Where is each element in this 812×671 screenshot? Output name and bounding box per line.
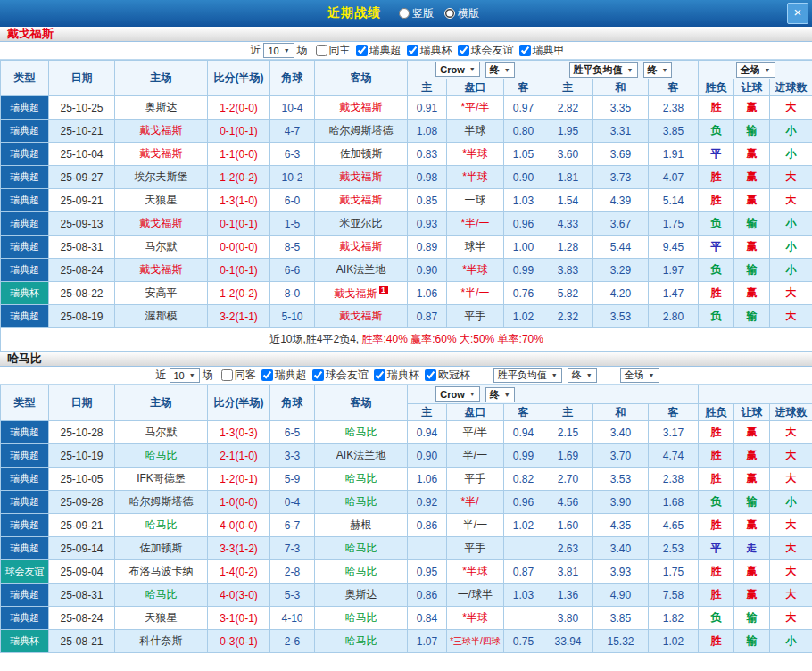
summary-text: 近10场,胜4平2负4, 胜率:40% 赢率:60% 大:50% 单率:70% [1,328,812,352]
asian-home-odds: 0.85 [408,189,447,212]
europe-away-odds: 4.65 [649,514,699,537]
header-select[interactable]: 全场▼ [736,62,775,78]
header-select[interactable]: Crow▼ [435,62,479,77]
asian-home-odds: 1.08 [408,120,447,143]
summary-segment: 大:50% [460,333,498,345]
league-filter[interactable]: 瑞典超 [261,368,307,383]
rank-badge: 1 [379,286,388,294]
away-team: 米亚尔比 [315,212,408,236]
result-wdl: 胜 [699,166,734,189]
header-select[interactable]: 终▼ [485,387,515,402]
same-venue-filter[interactable]: 同主 [316,43,351,58]
away-team: 戴戈福斯 [315,236,408,259]
league-filter-checkbox[interactable] [458,45,469,56]
vertical-layout-radio[interactable] [399,8,410,19]
home-team: 哈马比 [115,584,208,607]
close-button[interactable]: × [787,3,808,24]
league-filter[interactable]: 欧冠杯 [425,368,470,383]
match-score: 0-0(0-0) [208,236,270,259]
home-team: 哈尔姆斯塔德 [115,491,208,514]
league-filter[interactable]: 瑞典杯 [407,43,452,58]
match-score: 1-2(0-1) [208,468,270,491]
recent-matches-table: 类型日期主场比分(半场)角球客场Crow▼终▼胜平负均值▼终▼全场▼主盘口客主和… [0,60,812,352]
league-filter[interactable]: 瑞典超 [356,43,402,58]
filter-select[interactable]: 全场▼ [620,368,659,383]
league-filter[interactable]: 球会友谊 [458,43,514,58]
match-score: 0-1(0-1) [208,259,270,282]
match-row: 瑞典杯25-08-21科什奈斯0-3(0-1)2-6哈马比1.07*三球半/四球… [1,630,812,653]
sub-column-header: 客 [504,79,543,96]
result-goals: 小 [770,120,812,143]
same-venue-filter[interactable]: 同客 [221,368,256,383]
result-handicap: 赢 [734,444,770,468]
sub-column-header: 主 [543,404,593,421]
filter-bar: 近10▼场同主瑞典超瑞典杯球会友谊瑞典甲 [0,42,812,60]
asian-handicap: 半/一 [447,514,504,537]
layout-option-vertical[interactable]: 竖版 [399,6,434,21]
match-date: 25-09-21 [49,189,115,212]
asian-handicap: *半球 [447,143,504,166]
layout-option-horizontal[interactable]: 横版 [444,6,479,21]
away-team: 哈马比 [315,468,408,491]
result-handicap: 赢 [734,236,770,259]
same-venue-filter-checkbox[interactable] [316,45,327,56]
same-venue-filter-checkbox[interactable] [221,369,233,381]
europe-home-odds: 2.82 [543,96,593,120]
europe-home-odds: 2.70 [543,468,593,491]
league-type-cell: 瑞典超 [1,259,49,282]
sub-column-header: 进球数 [770,404,812,421]
header-select[interactable]: 终▼ [485,62,515,78]
filter-select-value: 终 [572,369,582,382]
league-filter[interactable]: 瑞典甲 [519,43,565,58]
league-filter-checkbox[interactable] [407,45,418,56]
header-select[interactable]: 终▼ [643,62,673,78]
europe-home-odds: 3.81 [543,560,593,584]
league-filter[interactable]: 球会友谊 [312,368,369,383]
match-score: 3-1(0-1) [208,607,270,630]
match-count-select[interactable]: 10▼ [170,368,200,383]
match-count-select[interactable]: 10▼ [263,43,294,58]
asian-away-odds: 0.75 [504,630,543,653]
asian-handicap: 一球 [447,189,504,212]
chevron-down-icon: ▼ [469,391,476,397]
league-filter-checkbox[interactable] [374,369,385,381]
header-select[interactable]: 胜平负均值▼ [569,62,638,78]
europe-home-odds: 1.54 [543,189,593,212]
filter-select[interactable]: 终▼ [568,368,597,383]
result-handicap: 走 [734,537,770,560]
filter-select[interactable]: 胜平负均值▼ [493,368,562,383]
match-row: 瑞典超25-10-28马尔默1-3(0-3)6-5哈马比0.94平/半0.942… [1,421,812,444]
league-filter-checkbox[interactable] [261,369,273,381]
away-team: 戴戈福斯 [315,305,408,328]
header-select[interactable]: Crow▼ [435,386,479,402]
away-team: 奥斯达 [315,584,408,607]
match-date: 25-08-31 [49,584,115,607]
asian-home-odds: 0.98 [408,166,447,189]
result-goals: 大 [770,282,812,305]
away-team: 哈马比 [315,630,408,653]
league-filter-checkbox[interactable] [425,369,436,381]
league-filter[interactable]: 瑞典杯 [374,368,419,383]
chevron-down-icon: ▼ [627,67,634,73]
sub-column-header: 胜负 [699,79,734,96]
result-handicap: 赢 [734,584,770,607]
chevron-down-icon: ▼ [189,372,195,378]
match-row: 瑞典超25-10-19哈马比2-1(1-0)3-3AIK法兰地0.90半/一0.… [1,444,812,468]
filter-dropdown-group: 全场▼ [620,368,659,383]
league-filter-checkbox[interactable] [312,369,324,381]
match-row: 瑞典超25-09-21天狼星1-3(1-0)6-0戴戈福斯0.85一球1.031… [1,189,812,212]
europe-draw-odds: 3.40 [593,421,649,444]
league-filter-checkbox[interactable] [356,45,368,56]
league-filter-checkbox[interactable] [519,45,531,56]
europe-draw-odds: 3.31 [593,120,649,143]
away-team: 戴戈福斯 [315,189,408,212]
europe-home-odds: 3.83 [543,259,593,282]
match-score: 1-0(0-0) [208,491,270,514]
asian-away-odds: 1.05 [504,143,543,166]
europe-away-odds: 1.75 [649,560,699,584]
match-date: 25-10-21 [49,120,115,143]
horizontal-layout-radio[interactable] [444,8,455,19]
league-type-cell: 瑞典超 [1,212,49,236]
match-score: 1-1(0-0) [208,143,270,166]
result-handicap: 输 [734,120,770,143]
